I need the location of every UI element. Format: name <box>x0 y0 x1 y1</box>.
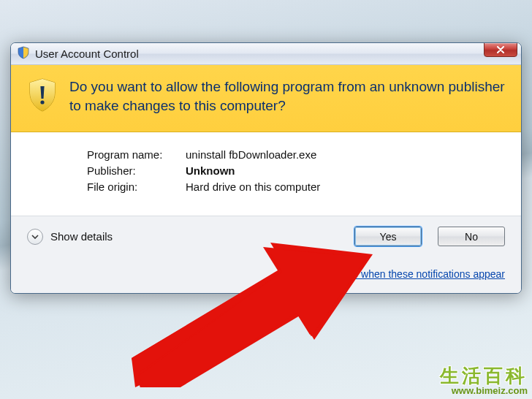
uac-dialog: User Account Control Do you want to allo… <box>10 42 522 294</box>
watermark-url: www.bimeiz.com <box>440 386 528 396</box>
dialog-footer: Change when these notifications appear <box>11 258 521 293</box>
file-origin-row: File origin: Hard drive on this computer <box>87 180 503 193</box>
file-origin-value: Hard drive on this computer <box>186 180 320 193</box>
watermark: 生活百科 www.bimeiz.com <box>440 366 528 396</box>
program-name-row: Program name: uninstall fbDownloader.exe <box>87 148 503 161</box>
show-details-label[interactable]: Show details <box>50 230 113 243</box>
publisher-value: Unknown <box>186 164 235 177</box>
uac-heading: Do you want to allow the following progr… <box>69 77 505 115</box>
show-details-toggle[interactable] <box>27 229 43 245</box>
change-notifications-link[interactable]: Change when these notifications appear <box>322 268 505 280</box>
no-button[interactable]: No <box>438 227 505 246</box>
close-icon <box>496 46 505 53</box>
warning-shield-icon <box>27 77 58 115</box>
svg-point-0 <box>40 100 44 104</box>
program-name-label: Program name: <box>87 148 186 161</box>
dialog-action-bar: Show details Yes No <box>11 216 521 258</box>
publisher-row: Publisher: Unknown <box>87 164 503 177</box>
warning-banner: Do you want to allow the following progr… <box>11 65 521 132</box>
watermark-text: 生活百科 <box>440 366 528 386</box>
titlebar: User Account Control <box>11 43 521 65</box>
program-name-value: uninstall fbDownloader.exe <box>186 148 316 161</box>
file-origin-label: File origin: <box>87 180 186 193</box>
close-button[interactable] <box>484 42 517 57</box>
chevron-down-icon <box>31 232 39 241</box>
window-title: User Account Control <box>35 48 484 60</box>
yes-button[interactable]: Yes <box>354 227 422 246</box>
shield-icon <box>17 46 30 61</box>
program-info: Program name: uninstall fbDownloader.exe… <box>11 132 521 216</box>
publisher-label: Publisher: <box>87 164 186 177</box>
